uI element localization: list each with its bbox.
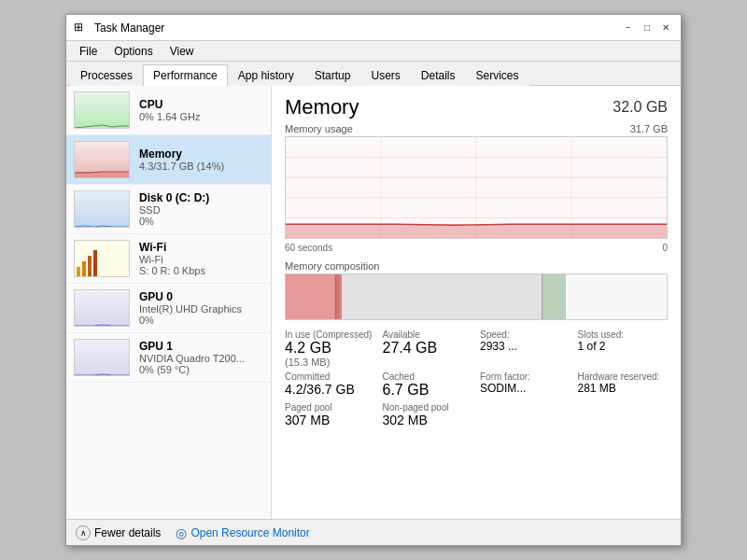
menu-options[interactable]: Options bbox=[106, 43, 160, 60]
gpu0-info: GPU 0 Intel(R) UHD Graphics 0% bbox=[139, 290, 263, 326]
disk-info: Disk 0 (C: D:) SSD 0% bbox=[139, 191, 263, 227]
svg-rect-17 bbox=[566, 274, 667, 319]
wifi-sub2: S: 0 R: 0 Kbps bbox=[139, 265, 263, 276]
composition-label: Memory composition bbox=[285, 260, 668, 272]
svg-rect-16 bbox=[543, 274, 566, 319]
tab-users[interactable]: Users bbox=[360, 64, 410, 86]
wifi-info: Wi-Fi Wi-Fi S: 0 R: 0 Kbps bbox=[139, 241, 263, 276]
stat-slots: Slots used: 1 of 2 bbox=[578, 329, 669, 368]
wifi-thumb bbox=[74, 240, 130, 277]
form-factor-value: SODIM... bbox=[480, 382, 571, 395]
window-controls: − □ ✕ bbox=[621, 21, 673, 35]
chevron-up-icon: ∧ bbox=[76, 525, 91, 540]
gpu0-thumb bbox=[74, 289, 130, 327]
in-use-label: In use (Compressed) bbox=[285, 329, 375, 340]
svg-rect-3 bbox=[88, 256, 92, 276]
sidebar-item-memory[interactable]: Memory 4.3/31.7 GB (14%) bbox=[66, 135, 271, 185]
stat-committed: Committed 4.2/36.7 GB bbox=[285, 371, 375, 399]
sidebar-item-gpu1[interactable]: GPU 1 NVIDIA Quadro T200... 0% (59 °C) bbox=[66, 333, 271, 383]
stat-cached: Cached 6.7 GB bbox=[383, 371, 473, 399]
fewer-details-button[interactable]: ∧ Fewer details bbox=[76, 525, 161, 540]
non-paged-pool-value: 302 MB bbox=[383, 413, 473, 427]
cpu-thumb bbox=[74, 91, 130, 129]
slots-label: Slots used: bbox=[578, 329, 669, 340]
main-total: 32.0 GB bbox=[613, 99, 668, 116]
composition-bar bbox=[285, 273, 668, 320]
cached-value: 6.7 GB bbox=[383, 382, 473, 399]
fewer-details-label: Fewer details bbox=[94, 526, 161, 539]
menu-bar: File Options View bbox=[66, 41, 681, 62]
tab-app-history[interactable]: App history bbox=[228, 64, 304, 86]
main-title: Memory bbox=[285, 95, 359, 119]
disk-thumb bbox=[74, 190, 130, 228]
sidebar: CPU 0% 1.64 GHz Memory 4.3/31.7 GB (14%) bbox=[66, 86, 272, 519]
close-button[interactable]: ✕ bbox=[658, 21, 673, 35]
gpu1-name: GPU 1 bbox=[139, 340, 263, 353]
hw-reserved-label: Hardware reserved: bbox=[578, 371, 669, 382]
hw-reserved-value: 281 MB bbox=[578, 382, 669, 395]
sidebar-item-cpu[interactable]: CPU 0% 1.64 GHz bbox=[66, 86, 271, 135]
paged-pool-value: 307 MB bbox=[285, 413, 375, 427]
window-title: Task Manager bbox=[94, 21, 164, 35]
tab-services[interactable]: Services bbox=[466, 64, 529, 86]
svg-rect-15 bbox=[342, 274, 543, 319]
tab-performance[interactable]: Performance bbox=[143, 64, 228, 86]
memory-graph bbox=[285, 136, 668, 239]
usage-header: Memory usage 31.7 GB bbox=[285, 123, 668, 136]
stats-grid: In use (Compressed) 4.2 GB (15.3 MB) Ava… bbox=[285, 329, 668, 427]
menu-file[interactable]: File bbox=[72, 43, 105, 60]
minimize-button[interactable]: − bbox=[621, 21, 636, 35]
sidebar-item-wifi[interactable]: Wi-Fi Wi-Fi S: 0 R: 0 Kbps bbox=[66, 234, 271, 284]
svg-rect-12 bbox=[286, 224, 667, 238]
graph-times: 60 seconds 0 bbox=[285, 243, 668, 253]
svg-rect-2 bbox=[82, 261, 86, 276]
svg-rect-1 bbox=[77, 267, 80, 276]
stat-speed: Speed: 2933 ... bbox=[480, 329, 571, 368]
paged-pool-label: Paged pool bbox=[285, 402, 375, 413]
gpu1-sub2: 0% (59 °C) bbox=[139, 364, 263, 375]
speed-label: Speed: bbox=[480, 329, 571, 340]
wifi-name: Wi-Fi bbox=[139, 241, 263, 254]
tab-details[interactable]: Details bbox=[411, 64, 466, 86]
usage-value: 31.7 GB bbox=[630, 123, 668, 136]
gpu1-sub1: NVIDIA Quadro T200... bbox=[139, 353, 263, 364]
stat-in-use: In use (Compressed) 4.2 GB (15.3 MB) bbox=[285, 329, 375, 368]
stat-paged-pool: Paged pool 307 MB bbox=[285, 402, 375, 427]
mem-name: Memory bbox=[139, 147, 263, 161]
app-icon: ⊞ bbox=[74, 21, 89, 35]
open-resource-monitor-link[interactable]: ◎ Open Resource Monitor bbox=[176, 525, 309, 540]
cpu-info: CPU 0% 1.64 GHz bbox=[139, 98, 263, 122]
open-resource-monitor-label: Open Resource Monitor bbox=[190, 526, 309, 539]
committed-label: Committed bbox=[285, 371, 375, 382]
sidebar-item-disk[interactable]: Disk 0 (C: D:) SSD 0% bbox=[66, 185, 271, 234]
tab-bar: Processes Performance App history Startu… bbox=[66, 62, 681, 86]
disk-name: Disk 0 (C: D:) bbox=[139, 191, 263, 204]
in-use-value: 4.2 GB bbox=[285, 340, 375, 357]
available-label: Available bbox=[383, 329, 473, 340]
graph-time-left: 60 seconds bbox=[285, 243, 332, 253]
cpu-sub: 0% 1.64 GHz bbox=[139, 111, 263, 122]
tab-processes[interactable]: Processes bbox=[70, 64, 143, 86]
graph-time-right: 0 bbox=[662, 243, 668, 253]
footer: ∧ Fewer details ◎ Open Resource Monitor bbox=[66, 519, 681, 545]
committed-value: 4.2/36.7 GB bbox=[285, 382, 375, 397]
main-header: Memory 32.0 GB bbox=[285, 95, 668, 119]
resource-monitor-icon: ◎ bbox=[176, 525, 187, 540]
mem-sub: 4.3/31.7 GB (14%) bbox=[139, 161, 263, 172]
menu-view[interactable]: View bbox=[162, 43, 202, 60]
sidebar-item-gpu0[interactable]: GPU 0 Intel(R) UHD Graphics 0% bbox=[66, 284, 271, 333]
gpu1-thumb bbox=[74, 339, 130, 376]
mem-info: Memory 4.3/31.7 GB (14%) bbox=[139, 147, 263, 172]
content-area: CPU 0% 1.64 GHz Memory 4.3/31.7 GB (14%) bbox=[66, 86, 681, 519]
cached-label: Cached bbox=[383, 371, 473, 382]
available-value: 27.4 GB bbox=[383, 340, 473, 357]
title-bar: ⊞ Task Manager − □ ✕ bbox=[66, 15, 681, 41]
speed-value: 2933 ... bbox=[480, 340, 571, 353]
task-manager-window: ⊞ Task Manager − □ ✕ File Options View P… bbox=[65, 14, 682, 546]
stat-non-paged-pool: Non-paged pool 302 MB bbox=[383, 402, 473, 427]
tab-startup[interactable]: Startup bbox=[304, 64, 361, 86]
stat-available: Available 27.4 GB bbox=[383, 329, 473, 368]
maximize-button[interactable]: □ bbox=[640, 21, 655, 35]
gpu0-sub1: Intel(R) UHD Graphics bbox=[139, 303, 263, 315]
gpu0-sub2: 0% bbox=[139, 315, 263, 326]
